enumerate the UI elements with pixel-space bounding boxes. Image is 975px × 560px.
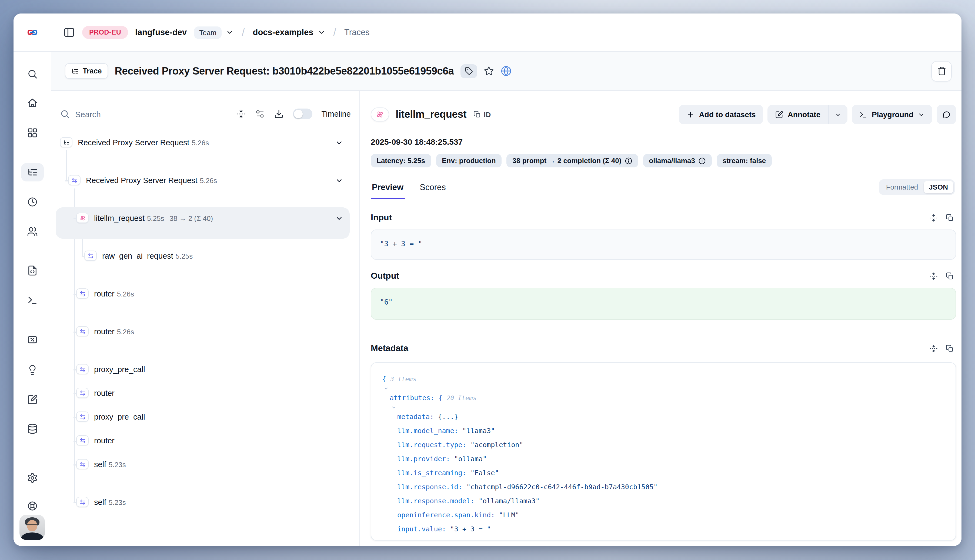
sidebar-item-sessions[interactable] bbox=[22, 194, 43, 210]
tree-row[interactable]: litellm_request 5.25s38 → 2 (Σ 40) bbox=[60, 213, 351, 238]
breadcrumb-separator: / bbox=[241, 27, 246, 38]
observation-type-icon bbox=[76, 288, 89, 298]
tree-row-label: litellm_request bbox=[94, 214, 145, 222]
top-bar: PROD-EU langfuse-dev Team / docs-example… bbox=[13, 13, 962, 52]
tree-row[interactable]: Received Proxy Server Request 5.26s bbox=[60, 175, 351, 200]
tree-row-meta: 5.26s bbox=[117, 290, 140, 298]
observation-title: litellm_request bbox=[396, 108, 467, 120]
plus-icon bbox=[687, 110, 695, 118]
tree-row-meta: 5.26s bbox=[117, 328, 140, 336]
observation-type-icon bbox=[76, 364, 89, 374]
sidebar-item-annotation[interactable] bbox=[22, 392, 43, 408]
annotate-dropdown-button[interactable] bbox=[828, 105, 848, 124]
project-chevron-down-icon[interactable] bbox=[318, 28, 325, 36]
breadcrumb-separator: / bbox=[332, 27, 337, 38]
tree-row-chevron[interactable] bbox=[335, 214, 343, 222]
tree-row-chevron[interactable] bbox=[335, 139, 343, 147]
tag-icon[interactable] bbox=[460, 64, 477, 78]
json-line: llm.request.type: "acompletion" bbox=[382, 438, 945, 452]
observation-type-icon bbox=[68, 175, 80, 185]
input-section-title: Input bbox=[371, 213, 392, 222]
output-section: Output "6" bbox=[371, 271, 956, 320]
chevron-down-icon bbox=[918, 111, 925, 118]
observation-type-icon bbox=[76, 388, 89, 398]
info-icon[interactable] bbox=[624, 157, 632, 165]
json-line: llm.input_messages.0.message.role: "syst… bbox=[382, 536, 945, 540]
timeline-label: Timeline bbox=[321, 110, 351, 118]
public-globe-button[interactable] bbox=[500, 65, 512, 77]
sidebar-item-datasets[interactable] bbox=[22, 421, 43, 437]
tree-row[interactable]: router bbox=[60, 435, 351, 447]
view-mode-formatted[interactable]: Formatted bbox=[881, 181, 924, 193]
plus-circle-icon[interactable] bbox=[698, 157, 706, 165]
tree-row-label: proxy_pre_call bbox=[94, 413, 145, 421]
generation-icon bbox=[371, 107, 389, 122]
sidebar-item-search[interactable] bbox=[22, 66, 43, 82]
json-line: llm.is_streaming: "False" bbox=[382, 466, 945, 480]
fold-vertical-icon[interactable] bbox=[930, 272, 938, 280]
sidebar-rail bbox=[13, 52, 51, 546]
sidebar-item-support[interactable] bbox=[22, 498, 43, 514]
observation-header: litellm_request ID Add to datasets Annot… bbox=[371, 105, 956, 124]
view-mode-json[interactable]: JSON bbox=[923, 181, 953, 193]
tree-row[interactable]: self 5.23s bbox=[60, 497, 351, 522]
tree-settings-button[interactable] bbox=[255, 109, 264, 119]
observation-type-icon bbox=[76, 213, 89, 223]
tree-row[interactable]: proxy_pre_call bbox=[60, 364, 351, 376]
tree-row[interactable]: router 5.26s bbox=[60, 288, 351, 313]
tab-scores[interactable]: Scores bbox=[418, 183, 447, 199]
sidebar-item-settings[interactable] bbox=[22, 470, 43, 486]
copy-icon[interactable] bbox=[946, 272, 954, 280]
fold-vertical-icon[interactable] bbox=[930, 213, 938, 222]
copy-icon[interactable] bbox=[946, 213, 954, 222]
breadcrumb-org[interactable]: langfuse-dev bbox=[135, 28, 187, 37]
sidebar-item-prompts[interactable] bbox=[22, 262, 43, 278]
tab-preview[interactable]: Preview bbox=[371, 183, 405, 199]
sidebar-item-dashboards[interactable] bbox=[22, 125, 43, 141]
org-chevron-down-icon[interactable] bbox=[226, 28, 234, 36]
observation-badges: Latency: 5.25sEnv: production38 prompt →… bbox=[371, 154, 956, 167]
search-input[interactable] bbox=[75, 109, 140, 118]
download-button[interactable] bbox=[274, 109, 283, 119]
delete-trace-button[interactable] bbox=[931, 61, 952, 81]
copy-id-button[interactable]: ID bbox=[473, 110, 491, 118]
sidebar-item-users[interactable] bbox=[22, 223, 43, 240]
observation-type-icon bbox=[76, 497, 89, 507]
user-avatar[interactable] bbox=[20, 515, 45, 540]
breadcrumb-project[interactable]: docs-examples bbox=[253, 28, 313, 37]
tree-row[interactable]: proxy_pre_call bbox=[60, 412, 351, 423]
tree-row-chevron[interactable] bbox=[335, 177, 343, 185]
app-logo bbox=[13, 13, 51, 51]
copy-icon[interactable] bbox=[946, 344, 954, 352]
tree-row[interactable]: Received Proxy Server Request 5.26s bbox=[60, 137, 351, 162]
tree-row[interactable]: router 5.26s bbox=[60, 326, 351, 351]
sidebar-item-tracing[interactable] bbox=[21, 163, 44, 182]
desktop-background: PROD-EU langfuse-dev Team / docs-example… bbox=[0, 0, 975, 560]
tree-row[interactable]: raw_gen_ai_request 5.25s bbox=[60, 250, 351, 275]
tree-row-meta: 5.25s bbox=[176, 252, 198, 260]
status-badge: Latency: 5.25s bbox=[371, 154, 431, 167]
collapse-all-button[interactable] bbox=[236, 109, 246, 119]
sidebar-item-llm-judge[interactable] bbox=[22, 362, 43, 378]
fold-vertical-icon[interactable] bbox=[930, 344, 938, 352]
tree-row-label: router bbox=[94, 436, 115, 445]
sidebar-toggle-button[interactable] bbox=[63, 27, 75, 38]
add-to-datasets-button[interactable]: Add to datasets bbox=[679, 105, 763, 124]
sidebar-item-playground[interactable] bbox=[22, 292, 43, 308]
sidebar-item-home[interactable] bbox=[22, 95, 43, 111]
annotate-button[interactable]: Annotate bbox=[768, 105, 828, 124]
sidebar-item-evaluation[interactable] bbox=[22, 332, 43, 348]
comments-button[interactable] bbox=[937, 105, 956, 124]
json-line: attributes: { 20 Items bbox=[382, 391, 945, 410]
timeline-toggle[interactable] bbox=[293, 108, 312, 119]
tree-row-label: router bbox=[94, 290, 115, 298]
tree-row[interactable]: router bbox=[60, 388, 351, 400]
tree-row[interactable]: self 5.23s bbox=[60, 459, 351, 484]
json-collapse-chevron[interactable] bbox=[384, 386, 389, 391]
json-collapse-chevron[interactable] bbox=[391, 405, 396, 410]
tree-row-meta: 5.26s bbox=[192, 139, 214, 147]
playground-button[interactable]: Playground bbox=[852, 105, 932, 124]
breadcrumb-section[interactable]: Traces bbox=[344, 28, 370, 37]
bookmark-star-button[interactable] bbox=[484, 66, 494, 76]
output-section-title: Output bbox=[371, 271, 399, 281]
